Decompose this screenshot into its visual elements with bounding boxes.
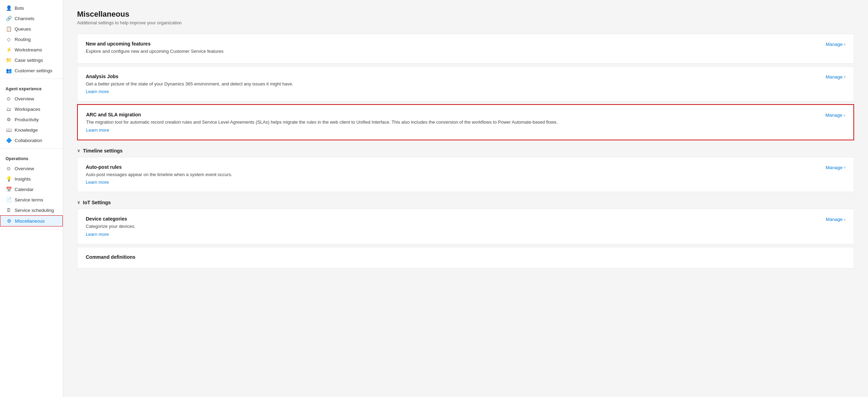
sidebar-item-queues[interactable]: 📋Queues: [0, 24, 63, 34]
card-new-features: New and upcoming features Explore and co…: [77, 34, 854, 64]
card-content-analysis-jobs: Analysis Jobs Get a better picture of th…: [86, 74, 817, 94]
section-iot-settings: ∨IoT Settings Device categories Categori…: [77, 195, 854, 268]
sidebar-item-collaboration[interactable]: 🔷Collaboration: [0, 135, 63, 146]
sidebar-icon-case-settings: 📁: [6, 57, 12, 63]
sidebar-label-channels: Channels: [15, 16, 34, 21]
manage-btn-auto-post-rules[interactable]: Manage›: [826, 164, 845, 170]
sidebar-icon-ae-overview: ⊙: [6, 96, 12, 101]
card-title-auto-post-rules: Auto-post rules: [86, 164, 817, 170]
card-command-definitions: Command definitions: [77, 247, 854, 268]
sidebar-icon-service-scheduling: 🗓: [6, 207, 12, 213]
sidebar-label-service-terms: Service terms: [15, 197, 43, 202]
sidebar-item-routing[interactable]: ◇Routing: [0, 34, 63, 44]
card-link-auto-post-rules[interactable]: Learn more: [86, 180, 109, 185]
card-device-categories: Device categories Categorize your device…: [77, 209, 854, 244]
collapse-icon-iot-settings: ∨: [77, 200, 80, 205]
sidebar-icon-service-terms: 📄: [6, 197, 12, 202]
card-desc-auto-post-rules: Auto-post messages appear on the timelin…: [86, 171, 817, 178]
card-desc-new-features: Explore and configure new and upcoming C…: [86, 48, 817, 55]
sidebar-label-case-settings: Case settings: [15, 58, 43, 63]
card-desc-analysis-jobs: Get a better picture of the state of you…: [86, 81, 817, 88]
sidebar-item-workspaces[interactable]: 🗂Workspaces: [0, 104, 63, 114]
section-title-iot-settings: IoT Settings: [83, 200, 111, 205]
sidebar-label-ops-overview: Overview: [15, 166, 34, 171]
card-title-new-features: New and upcoming features: [86, 41, 817, 47]
manage-chevron-device-categories: ›: [844, 217, 845, 222]
card-content-command-definitions: Command definitions: [86, 254, 845, 261]
sidebar-item-case-settings[interactable]: 📁Case settings: [0, 55, 63, 65]
sidebar-icon-workstreams: ⚡: [6, 47, 12, 52]
sidebar-label-workstreams: Workstreams: [15, 47, 42, 52]
sidebar-item-knowledge[interactable]: 📖Knowledge: [0, 125, 63, 135]
sidebar-label-calendar: Calendar: [15, 187, 34, 192]
sidebar-item-bots[interactable]: 👤Bots: [0, 3, 63, 13]
sidebar-label-insights: Insights: [15, 176, 31, 182]
sidebar-item-service-terms[interactable]: 📄Service terms: [0, 195, 63, 205]
sidebar-label-bots: Bots: [15, 6, 24, 11]
card-content-new-features: New and upcoming features Explore and co…: [86, 41, 817, 56]
page-title: Miscellaneous: [77, 10, 854, 19]
sidebar-icon-insights: 💡: [6, 176, 12, 182]
sidebar-item-calendar[interactable]: 📅Calendar: [0, 184, 63, 195]
sidebar-icon-calendar: 📅: [6, 187, 12, 192]
sidebar-icon-channels: 🔗: [6, 16, 12, 21]
sidebar-item-service-scheduling[interactable]: 🗓Service scheduling: [0, 205, 63, 215]
manage-btn-device-categories[interactable]: Manage›: [826, 216, 845, 222]
sidebar-item-miscellaneous[interactable]: ⚙Miscellaneous: [0, 215, 63, 226]
main-content: Miscellaneous Additional settings to hel…: [63, 0, 868, 397]
card-desc-arc-sla-migration: The migration tool for automatic record …: [86, 119, 817, 126]
manage-chevron-auto-post-rules: ›: [844, 165, 845, 170]
sidebar-label-productivity: Productivity: [15, 117, 39, 122]
card-content-arc-sla-migration: ARC and SLA migration The migration tool…: [86, 112, 817, 133]
manage-btn-arc-sla-migration[interactable]: Manage›: [825, 112, 845, 118]
sidebar-icon-bots: 👤: [6, 5, 12, 11]
sidebar-item-insights[interactable]: 💡Insights: [0, 174, 63, 184]
manage-btn-analysis-jobs[interactable]: Manage›: [826, 74, 845, 80]
sidebar-item-ops-overview[interactable]: ⊙Overview: [0, 163, 63, 174]
sidebar-label-queues: Queues: [15, 26, 31, 32]
card-desc-device-categories: Categorize your devices.: [86, 223, 817, 230]
card-title-device-categories: Device categories: [86, 216, 817, 222]
sidebar-section-header: Operations: [0, 151, 63, 163]
page-subtitle: Additional settings to help improve your…: [77, 20, 854, 25]
sidebar-icon-ops-overview: ⊙: [6, 166, 12, 171]
sidebar-label-routing: Routing: [15, 37, 31, 42]
sidebar-label-workspaces: Workspaces: [15, 107, 40, 112]
sidebar-item-customer-settings[interactable]: 👥Customer settings: [0, 65, 63, 76]
sidebar-label-collaboration: Collaboration: [15, 138, 42, 143]
sidebar-icon-knowledge: 📖: [6, 127, 12, 133]
card-content-auto-post-rules: Auto-post rules Auto-post messages appea…: [86, 164, 817, 185]
card-arc-sla-migration: ARC and SLA migration The migration tool…: [77, 104, 854, 140]
section-header-timeline-settings[interactable]: ∨Timeline settings: [77, 143, 854, 157]
card-content-device-categories: Device categories Categorize your device…: [86, 216, 817, 237]
sidebar-item-workstreams[interactable]: ⚡Workstreams: [0, 44, 63, 55]
sidebar-label-knowledge: Knowledge: [15, 127, 38, 133]
sidebar-label-customer-settings: Customer settings: [15, 68, 52, 73]
sidebar-label-service-scheduling: Service scheduling: [15, 208, 54, 213]
manage-chevron-analysis-jobs: ›: [844, 74, 845, 79]
card-link-analysis-jobs[interactable]: Learn more: [86, 89, 109, 94]
sidebar-icon-workspaces: 🗂: [6, 106, 12, 112]
sidebar-label-ae-overview: Overview: [15, 96, 34, 101]
sidebar-item-channels[interactable]: 🔗Channels: [0, 13, 63, 24]
section-timeline-settings: ∨Timeline settings Auto-post rules Auto-…: [77, 143, 854, 192]
sidebar-icon-collaboration: 🔷: [6, 138, 12, 143]
manage-chevron-arc-sla-migration: ›: [844, 113, 845, 118]
section-header-iot-settings[interactable]: ∨IoT Settings: [77, 195, 854, 209]
manage-btn-new-features[interactable]: Manage›: [826, 41, 845, 47]
manage-chevron-new-features: ›: [844, 42, 845, 47]
sidebar-label-miscellaneous: Miscellaneous: [15, 218, 45, 224]
sidebar-item-productivity[interactable]: ⚙Productivity: [0, 114, 63, 125]
section-title-timeline-settings: Timeline settings: [83, 148, 123, 154]
sidebar-icon-customer-settings: 👥: [6, 68, 12, 73]
card-link-arc-sla-migration[interactable]: Learn more: [86, 127, 109, 133]
sidebar-item-ae-overview[interactable]: ⊙Overview: [0, 93, 63, 104]
sidebar-section-header: Agent experience: [0, 82, 63, 93]
sidebar-icon-routing: ◇: [6, 36, 12, 42]
sidebar-icon-productivity: ⚙: [6, 117, 12, 122]
collapse-icon-timeline-settings: ∨: [77, 148, 80, 153]
card-title-analysis-jobs: Analysis Jobs: [86, 74, 817, 79]
card-link-device-categories[interactable]: Learn more: [86, 232, 109, 237]
sidebar-icon-miscellaneous: ⚙: [6, 218, 12, 224]
sidebar: 👤Bots🔗Channels📋Queues◇Routing⚡Workstream…: [0, 0, 63, 397]
